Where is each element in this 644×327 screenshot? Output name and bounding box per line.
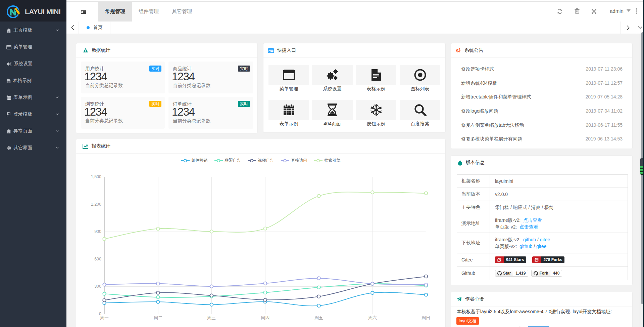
svg-text:周六: 周六	[368, 315, 377, 320]
svg-text:周日: 周日	[422, 315, 430, 320]
svg-text:1,500: 1,500	[91, 174, 101, 179]
svg-text:1,200: 1,200	[91, 202, 101, 207]
svg-text:600: 600	[94, 257, 101, 261]
svg-text:周三: 周三	[207, 315, 216, 320]
svg-text:周五: 周五	[314, 315, 323, 320]
svg-text:900: 900	[94, 229, 101, 234]
svg-text:周二: 周二	[154, 315, 162, 320]
svg-text:周一: 周一	[100, 315, 109, 320]
svg-text:300: 300	[94, 284, 101, 289]
svg-text:周四: 周四	[261, 315, 269, 320]
